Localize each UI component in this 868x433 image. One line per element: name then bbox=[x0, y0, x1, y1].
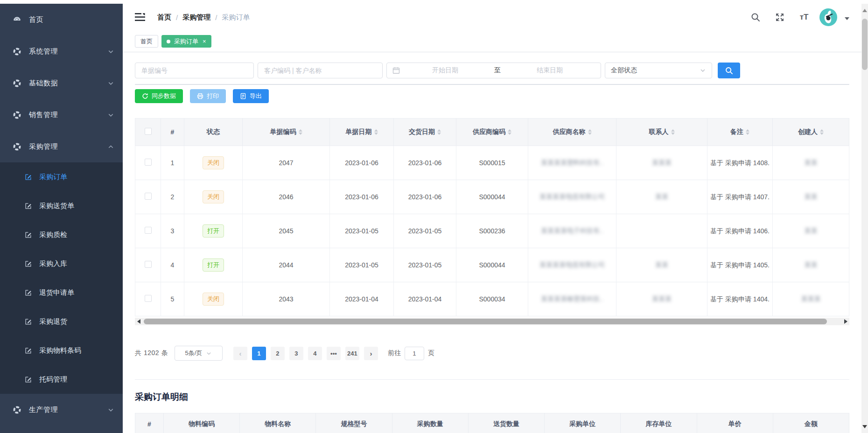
orders-table-body: 1关闭20472023-01-062023-01-06S000015某某某某塑料… bbox=[135, 146, 849, 316]
row-checkbox[interactable] bbox=[145, 295, 152, 302]
cell-order-code: 2046 bbox=[243, 180, 330, 214]
detail-column-header-2: 物料名称 bbox=[240, 413, 316, 433]
sort-icon[interactable] bbox=[820, 129, 824, 135]
print-button[interactable]: 打印 bbox=[190, 89, 226, 103]
column-header-date[interactable]: 单据日期 bbox=[330, 118, 394, 146]
tab-home[interactable]: 首页 bbox=[135, 35, 158, 48]
customer-input[interactable] bbox=[258, 63, 383, 78]
sidebar-item-home[interactable]: 首页 bbox=[0, 4, 123, 35]
user-menu-caret-icon[interactable] bbox=[845, 17, 849, 22]
column-header-label: 供应商编码 bbox=[473, 128, 505, 136]
page-button-1[interactable]: 1 bbox=[252, 347, 266, 360]
row-checkbox[interactable] bbox=[145, 261, 152, 268]
cell-order-date: 2023-01-05 bbox=[330, 248, 394, 282]
cell-order-code-value: 2044 bbox=[279, 261, 293, 269]
column-header-creator[interactable]: 创建人 bbox=[773, 118, 849, 146]
page-size-select[interactable]: 5条/页 bbox=[175, 346, 223, 361]
scroll-right-arrow-icon[interactable] bbox=[842, 318, 849, 325]
row-checkbox[interactable] bbox=[145, 193, 152, 200]
tab-close-icon[interactable]: × bbox=[203, 38, 206, 44]
sort-icon[interactable] bbox=[374, 129, 378, 135]
horizontal-scrollbar[interactable] bbox=[135, 318, 849, 325]
scroll-left-arrow-icon[interactable] bbox=[135, 318, 142, 325]
date-range-picker[interactable]: 开始日期 至 结束日期 bbox=[386, 63, 601, 78]
search-button[interactable] bbox=[718, 63, 740, 78]
date-start-placeholder[interactable]: 开始日期 bbox=[400, 66, 490, 75]
vertical-scrollbar[interactable] bbox=[861, 4, 868, 433]
sidebar-item-purchase-order[interactable]: 采购订单 bbox=[0, 162, 123, 191]
sidebar-item-pallet-code[interactable]: 托码管理 bbox=[0, 365, 123, 394]
row-checkbox[interactable] bbox=[145, 159, 152, 166]
module-icon bbox=[12, 405, 21, 414]
page-button-241[interactable]: 241 bbox=[345, 347, 359, 360]
cell-index: 2 bbox=[161, 180, 184, 214]
sidebar-item-purchase-delivery[interactable]: 采购送货单 bbox=[0, 191, 123, 220]
sidebar-item-production[interactable]: 生产管理 bbox=[0, 394, 123, 426]
sort-icon[interactable] bbox=[746, 129, 749, 135]
font-size-icon[interactable]: тT bbox=[799, 12, 809, 22]
page-button-3[interactable]: 3 bbox=[289, 347, 303, 360]
search-icon[interactable] bbox=[750, 12, 761, 22]
sidebar-item-base-data[interactable]: 基础数据 bbox=[0, 67, 123, 99]
cell-supplier-name: 某某某某橡塑某科技.. bbox=[528, 282, 616, 316]
breadcrumb-home[interactable]: 首页 bbox=[157, 13, 171, 22]
orders-table: #状态单据编码单据日期交货日期供应商编码供应商名称联系人备注创建人 1关闭204… bbox=[135, 118, 849, 316]
sidebar-item-purchase-material-barcode[interactable]: 采购物料条码 bbox=[0, 336, 123, 365]
page-ellipsis[interactable]: ••• bbox=[327, 347, 341, 360]
sync-data-button[interactable]: 同步数据 bbox=[135, 89, 183, 103]
column-header-supplier_name[interactable]: 供应商名称 bbox=[528, 118, 616, 146]
tab-purchase-order[interactable]: 采购订单 × bbox=[161, 35, 211, 48]
sidebar-item-system[interactable]: 系统管理 bbox=[0, 35, 123, 67]
sidebar-item-sales[interactable]: 销售管理 bbox=[0, 99, 123, 131]
date-end-placeholder[interactable]: 结束日期 bbox=[504, 66, 595, 75]
prev-page-button[interactable]: ‹ bbox=[233, 347, 247, 360]
filter-divider bbox=[135, 84, 849, 85]
edit-icon bbox=[24, 173, 33, 181]
sidebar-item-purchase-inbound[interactable]: 采购入库 bbox=[0, 249, 123, 278]
column-header-supplier_code[interactable]: 供应商编码 bbox=[456, 118, 528, 146]
column-header-remark[interactable]: 备注 bbox=[707, 118, 773, 146]
vertical-scrollbar-thumb[interactable] bbox=[862, 19, 868, 70]
sidebar-item-purchase-qc[interactable]: 采购质检 bbox=[0, 220, 123, 249]
cell-supplier-code: S000015 bbox=[456, 146, 528, 180]
sort-icon[interactable] bbox=[671, 129, 675, 135]
sort-icon[interactable] bbox=[588, 129, 592, 135]
cell-remark: 基于 采购申请 1407. bbox=[707, 180, 773, 214]
sidebar-item-return-request[interactable]: 退货申请单 bbox=[0, 278, 123, 307]
export-button[interactable]: 导出 bbox=[233, 89, 269, 103]
cell-supplier-code: S000236 bbox=[456, 214, 528, 248]
table-row: 1关闭20472023-01-062023-01-06S000015某某某某塑料… bbox=[135, 146, 849, 180]
chevron-down-icon bbox=[107, 112, 114, 119]
order-no-input[interactable] bbox=[135, 63, 254, 78]
sidebar-collapse-icon[interactable] bbox=[135, 13, 145, 21]
page-button-4[interactable]: 4 bbox=[308, 347, 322, 360]
cell-checkbox bbox=[135, 282, 161, 316]
sidebar-item-purchase-return[interactable]: 采购退货 bbox=[0, 307, 123, 336]
pagination-goto: 前往 页 bbox=[388, 347, 434, 360]
fullscreen-icon[interactable] bbox=[775, 12, 785, 22]
avatar[interactable] bbox=[819, 8, 837, 26]
next-page-button[interactable]: › bbox=[364, 347, 378, 360]
sidebar-item-purchase[interactable]: 采购管理 bbox=[0, 131, 123, 162]
column-header-inner: 供应商编码 bbox=[473, 128, 511, 136]
cell-creator: 某某 bbox=[773, 248, 849, 282]
scroll-up-arrow-icon[interactable] bbox=[862, 7, 867, 12]
column-header-contact[interactable]: 联系人 bbox=[616, 118, 707, 146]
scroll-down-arrow-icon[interactable] bbox=[862, 425, 867, 431]
detail-column-header-7: 库存单位 bbox=[621, 413, 697, 433]
sort-icon[interactable] bbox=[508, 129, 511, 135]
goto-page-input[interactable] bbox=[405, 347, 424, 360]
row-checkbox[interactable] bbox=[145, 227, 152, 234]
page-button-2[interactable]: 2 bbox=[271, 347, 285, 360]
horizontal-scrollbar-thumb[interactable] bbox=[144, 319, 827, 324]
sort-icon[interactable] bbox=[299, 129, 302, 135]
detail-column-header-8: 单价 bbox=[697, 413, 773, 433]
table-row: 3打开20452023-01-052023-01-05S000236某某某某电子… bbox=[135, 214, 849, 248]
status-select[interactable]: 全部状态 bbox=[605, 63, 712, 78]
sort-icon[interactable] bbox=[437, 129, 441, 135]
column-header-delivery[interactable]: 交货日期 bbox=[394, 118, 456, 146]
select-all-checkbox[interactable] bbox=[145, 128, 152, 135]
cell-supplier-name-value: 某某某某橡塑某科技.. bbox=[541, 295, 603, 302]
column-header-code[interactable]: 单据编码 bbox=[243, 118, 330, 146]
breadcrumb-purchase[interactable]: 采购管理 bbox=[182, 13, 210, 22]
